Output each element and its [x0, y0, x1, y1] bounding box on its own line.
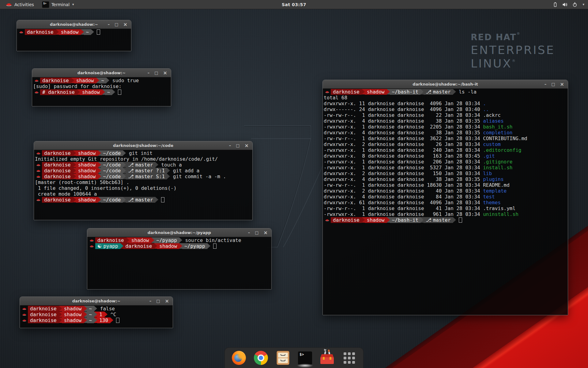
powerline-arrow-icon [84, 306, 87, 311]
prompt-segment-user: darknoise [123, 243, 154, 249]
close-button[interactable]: × [264, 228, 268, 237]
terminal-content[interactable]: darknoiseshadow~ falsedarknoiseshadow~1 … [20, 305, 173, 328]
maximize-button[interactable]: □ [115, 20, 118, 29]
terminal-line: darknoiseshadow~/bash-it⎇ master [324, 217, 568, 223]
git-branch-icon: ⎇ [128, 162, 135, 168]
prompt-segment-user: darknoise [331, 217, 362, 223]
terminal-content[interactable]: darknoiseshadow~ [17, 29, 131, 51]
prompt-segment-host: shadow [80, 89, 102, 95]
window-titlebar[interactable]: darknoise@shadow:~–□× [20, 297, 173, 305]
dock-item-app-grid[interactable] [342, 351, 356, 365]
minimize-button[interactable]: – [229, 141, 231, 150]
powerline-arrow-icon [98, 174, 101, 179]
minimize-button[interactable]: – [149, 297, 152, 305]
maximize-button[interactable]: □ [236, 141, 239, 150]
window-titlebar[interactable]: darknoise@shadow:~/pyapp–□× [87, 228, 271, 237]
window-title: darknoise@shadow:~ [50, 22, 98, 27]
prompt-segment-host: shadow [76, 197, 98, 203]
command-text: git commit -a -m . [170, 174, 226, 179]
powerline-arrow-icon [73, 150, 76, 156]
powerline-arrow-icon [155, 197, 158, 202]
file-name: .gitignore [483, 159, 512, 165]
powerline-arrow-icon [84, 312, 87, 317]
powerline-arrow-icon [71, 78, 74, 83]
powerline-arrow-icon [453, 217, 456, 223]
close-button[interactable]: × [165, 297, 169, 305]
terminal-mini-icon: $> [42, 1, 49, 8]
powerline-arrow-icon [77, 89, 80, 95]
close-button[interactable]: × [123, 20, 127, 29]
prompt-segment-host: shadow [74, 78, 96, 83]
output-text: [sudo] password for darknoise: [33, 83, 122, 89]
window-title: darknoise@shadow:~/bash-it [413, 82, 478, 86]
terminal-line: -rw-rw-r--. 1 darknoise darknoise 18630 … [324, 182, 568, 188]
prompt-segment-host: shadow [76, 150, 98, 156]
prompt-segment-user: darknoise [28, 306, 59, 312]
terminal-content[interactable]: darknoiseshadow~/pyapp source bin/activa… [87, 237, 271, 289]
redhat-fedora-icon [36, 163, 41, 167]
powerline-arrow-icon [110, 317, 113, 323]
system-status-area[interactable]: ▾ [553, 0, 584, 9]
window-titlebar[interactable]: darknoise@shadow:~–□× [32, 69, 171, 77]
powerline-arrow-icon [59, 306, 62, 311]
dock-item-files[interactable] [276, 351, 290, 365]
prompt-segment-user: darknoise [40, 78, 71, 83]
terminal-line: darknoiseshadow~/code git init [35, 150, 252, 156]
prompt-segment-host: shadow [76, 174, 98, 179]
prompt-segment-path: ~/code [101, 162, 123, 168]
maximize-button[interactable]: □ [156, 297, 160, 305]
prompt-segment-path: ~ [105, 89, 112, 95]
close-button[interactable]: × [245, 141, 249, 150]
window-titlebar[interactable]: darknoise@shadow:~–□× [17, 20, 131, 29]
maximize-button[interactable]: □ [551, 80, 555, 88]
minimize-button[interactable]: – [148, 69, 150, 77]
redhat-fedora-icon [34, 79, 39, 82]
powerline-arrow-icon [98, 197, 101, 202]
window-titlebar[interactable]: darknoise@shadow:~/code–□× [34, 141, 252, 150]
terminal-content[interactable]: darknoiseshadow~ sudo true[sudo] passwor… [32, 77, 171, 106]
prompt-hat-icon [33, 89, 40, 95]
window-titlebar[interactable]: darknoise@shadow:~/bash-it–□× [323, 80, 568, 89]
dock-item-terminal[interactable]: $> [298, 351, 312, 365]
powerline-arrow-icon [112, 89, 115, 95]
redhat-fedora-icon [6, 2, 12, 7]
output-text: -rwxrwxr-x. 1 darknoise darknoise 206 Ja… [324, 159, 483, 165]
powerline-arrow-icon [102, 89, 105, 95]
maximize-button[interactable]: □ [154, 69, 158, 77]
minimize-button[interactable]: – [248, 228, 250, 237]
prompt-segment-path: ~/code [101, 150, 123, 156]
terminal-content[interactable]: darknoiseshadow~/bash-it⎇ master ls -lat… [323, 89, 568, 315]
maximize-button[interactable]: □ [255, 228, 258, 237]
app-menu-terminal[interactable]: $> Terminal ▾ [39, 0, 77, 9]
minimize-button[interactable]: – [108, 20, 110, 29]
terminal-content[interactable]: darknoiseshadow~/code git initInitialize… [34, 150, 252, 220]
dock-item-firefox[interactable] [232, 351, 246, 365]
powerline-arrow-icon [420, 89, 424, 94]
clock[interactable]: Sat 03:57 [282, 2, 306, 7]
terminal-line: darknoiseshadow~/code⎇ master touch a [35, 162, 252, 168]
powerline-arrow-icon [104, 312, 107, 317]
prompt-segment-user: darknoise [28, 312, 59, 317]
dock-item-chrome[interactable] [254, 351, 268, 365]
activities-button[interactable]: Activities [2, 0, 37, 9]
dock-item-toolbox[interactable] [320, 351, 334, 365]
terminal-line: # darknoiseshadow~ [33, 89, 171, 95]
prompt-segment-path: ~ [87, 312, 94, 317]
close-button[interactable]: × [163, 69, 167, 77]
close-button[interactable]: × [560, 80, 564, 88]
prompt-segment-host: shadow [129, 237, 151, 243]
redhat-fedora-icon [325, 90, 330, 94]
file-name: install.sh [483, 165, 512, 171]
powerline-arrow-icon [56, 29, 59, 35]
prompt-hat-icon [324, 217, 331, 223]
prompt-hat-icon [35, 168, 42, 174]
registered-mark: ® [517, 32, 521, 36]
powerline-arrow-icon [73, 197, 76, 202]
file-name: .editorconfig [483, 147, 521, 153]
prompt-segment-host: shadow [62, 317, 84, 323]
powerline-arrow-icon [123, 150, 126, 156]
minimize-button[interactable]: – [545, 80, 547, 88]
command-text: source bin/activate [182, 237, 241, 243]
prompt-hat-icon [21, 306, 28, 312]
prompt-segment-exit: 1 [97, 312, 104, 317]
